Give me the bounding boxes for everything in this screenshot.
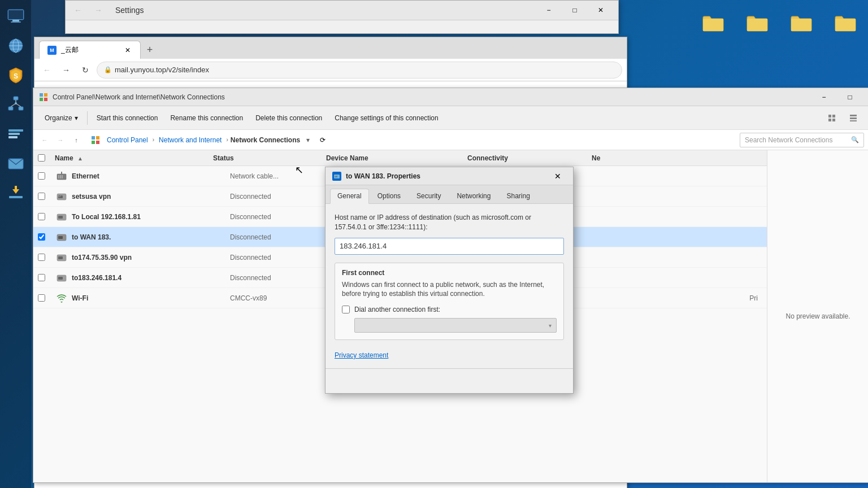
restore-btn[interactable]: □ (562, 1, 588, 20)
select-all-checkbox[interactable] (38, 154, 45, 162)
dial-checkbox[interactable] (342, 306, 350, 313)
toolbar-right (822, 110, 863, 126)
network-restore-btn[interactable]: □ (837, 88, 863, 106)
taskbar-icon-corec[interactable] (2, 120, 29, 147)
tab-close-btn[interactable]: ✕ (123, 46, 132, 55)
taskbar-icon-this-pc[interactable] (2, 3, 29, 30)
col-status-header[interactable]: Status (213, 154, 326, 162)
tab-general[interactable]: General (330, 189, 369, 204)
col-device-header[interactable]: Device Name (326, 154, 467, 162)
layout-btn[interactable] (844, 110, 863, 126)
start-label: Start this connection (97, 114, 158, 122)
taskbar-icon-network[interactable] (2, 91, 29, 118)
nav-refresh-btn[interactable]: ⟳ (316, 133, 329, 147)
local-internet-icon (7, 37, 25, 55)
search-placeholder: Search Network Connections (745, 136, 832, 144)
tab-sharing[interactable]: Sharing (499, 189, 537, 203)
svg-rect-1 (12, 20, 19, 21)
network-taskbar-icon (7, 95, 25, 114)
browser-forward[interactable]: → (58, 62, 74, 78)
vpn-icon-setsusa (55, 190, 68, 203)
breadcrumb-control-panel[interactable]: Control Panel (105, 135, 150, 145)
tab-yunmail[interactable]: M _云邮 ✕ (39, 41, 141, 59)
nav-back-btn[interactable]: ← (38, 133, 51, 147)
svg-rect-23 (15, 186, 17, 191)
to183-checkbox-col (38, 274, 55, 281)
nav-forward-btn[interactable]: → (54, 133, 67, 147)
view-icon (828, 114, 836, 122)
close-btn[interactable]: ✕ (588, 1, 614, 20)
tab-options[interactable]: Options (370, 189, 408, 203)
svg-rect-34 (828, 119, 831, 121)
ethernet-name: Ethernet (72, 172, 230, 180)
wifi-checkbox[interactable] (38, 294, 45, 302)
svg-rect-45 (60, 175, 61, 178)
delete-connection-btn[interactable]: Delete this connection (250, 110, 328, 126)
desktop-folder-2[interactable] (737, 3, 777, 42)
svg-rect-2 (11, 21, 21, 23)
desktop-folder-1[interactable] (693, 3, 733, 42)
taskbar-icon-email[interactable] (2, 150, 29, 177)
privacy-link[interactable]: Privacy statement (335, 351, 564, 359)
tab-networking[interactable]: Networking (449, 189, 498, 203)
svg-rect-41 (92, 141, 95, 144)
tolocal-checkbox[interactable] (38, 213, 45, 220)
svg-rect-31 (44, 98, 47, 101)
wifi-pri: Pri (717, 294, 762, 302)
breadcrumb-network-internet[interactable]: Network and Internet (157, 135, 224, 145)
col-name-header[interactable]: Name ▲ (55, 154, 213, 162)
desktop-folder-3[interactable] (782, 3, 821, 42)
nav-up-btn[interactable]: ↑ (70, 133, 83, 147)
desktop: S (0, 0, 868, 488)
col-connectivity-header[interactable]: Connectivity (467, 154, 592, 162)
view-toggle-btn[interactable] (822, 110, 841, 126)
dialog-close-btn[interactable]: ✕ (549, 169, 566, 183)
to174-name: to174.75.35.90 vpn (72, 254, 230, 262)
to183-checkbox[interactable] (38, 274, 45, 281)
organize-arrow: ▾ (75, 114, 78, 122)
towan-name: to WAN 183. (72, 233, 230, 241)
corec-icon (7, 125, 25, 143)
col-ne-header[interactable]: Ne (592, 154, 762, 162)
forward-btn[interactable]: → (90, 2, 106, 18)
svg-rect-42 (96, 141, 99, 144)
email-icon (7, 154, 25, 172)
taskbar-icon-downloads[interactable] (2, 179, 29, 206)
breadcrumb-icon (91, 136, 100, 145)
browser-back[interactable]: ← (39, 62, 55, 78)
to174-checkbox[interactable] (38, 254, 45, 261)
nav-expand-btn[interactable]: ▾ (302, 134, 314, 146)
tab-label: _云邮 (61, 45, 79, 55)
back-btn[interactable]: ← (70, 2, 86, 18)
dial-checkbox-label: Dial another connection first: (354, 306, 440, 313)
new-tab-btn[interactable]: + (141, 41, 159, 59)
url-box[interactable]: 🔒 mail.yunyou.top/v2/site/index (97, 62, 622, 79)
svg-rect-36 (850, 115, 857, 116)
svg-rect-37 (850, 117, 857, 119)
change-settings-btn[interactable]: Change settings of this connection (329, 110, 444, 126)
ethernet-name-text: Ethernet (72, 172, 99, 180)
tolocal-name: To Local 192.168.1.81 (72, 213, 230, 221)
ethernet-checkbox[interactable] (38, 172, 45, 180)
desktop-folder-4[interactable] (826, 3, 865, 42)
svg-rect-35 (832, 119, 835, 121)
organize-btn[interactable]: Organize ▾ (39, 110, 84, 126)
taskbar-icon-security[interactable]: S (2, 62, 29, 89)
tab-security[interactable]: Security (409, 189, 448, 203)
ip-address-input[interactable] (335, 238, 564, 255)
browser-refresh[interactable]: ↻ (77, 62, 93, 78)
dial-connection-dropdown[interactable]: ▾ (354, 318, 557, 333)
minimize-btn[interactable]: − (536, 1, 562, 20)
svg-rect-38 (850, 120, 857, 121)
search-box[interactable]: Search Network Connections 🔍 (740, 133, 864, 147)
delete-label: Delete this connection (255, 114, 322, 122)
properties-dialog: to WAN 183. Properties ✕ General Options… (325, 167, 574, 394)
rename-connection-btn[interactable]: Rename this connection (164, 110, 249, 126)
svg-rect-30 (40, 98, 43, 101)
network-minimize-btn[interactable]: − (811, 88, 837, 106)
setsusa-checkbox[interactable] (38, 193, 45, 200)
towan-checkbox[interactable] (38, 233, 45, 241)
taskbar-icon-local-internet[interactable] (2, 32, 29, 59)
breadcrumb: Control Panel › Network and Internet › N… (105, 135, 300, 145)
start-connection-btn[interactable]: Start this connection (91, 110, 164, 126)
